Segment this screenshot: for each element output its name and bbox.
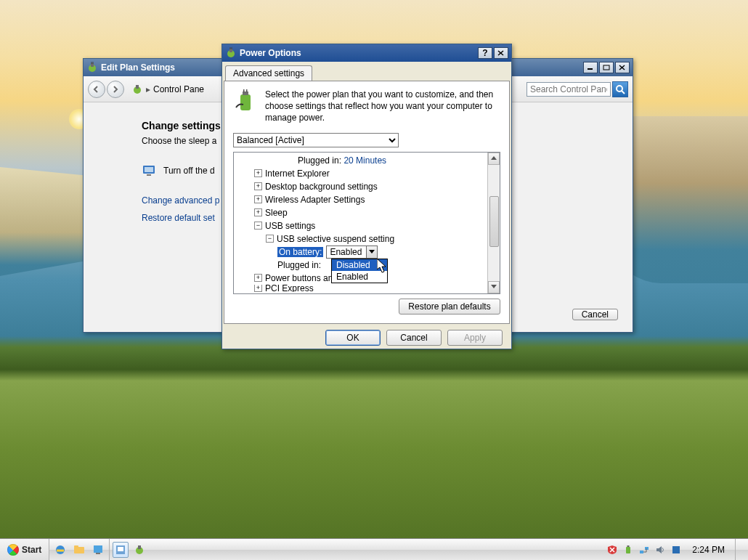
tree-item-desktop-background[interactable]: + Desktop background settings [234, 180, 487, 193]
collapse-icon[interactable]: − [266, 235, 274, 243]
breadcrumb[interactable]: ▸ Control Pane [131, 84, 204, 95]
power-plan-icon [131, 84, 143, 95]
start-button[interactable]: Start [0, 539, 49, 560]
svg-rect-24 [246, 89, 248, 92]
help-button[interactable]: ? [478, 47, 492, 59]
monitor-icon [142, 163, 156, 178]
svg-rect-13 [145, 167, 153, 172]
on-battery-combo[interactable]: Enabled [326, 245, 378, 259]
dropdown-option-disabled[interactable]: Disabled [332, 259, 387, 271]
taskbar: Start [0, 538, 748, 560]
settings-tree: Plugged in: 20 Minutes + Internet Explor… [233, 152, 500, 294]
power-options-titlebar[interactable]: Power Options ? [222, 44, 511, 62]
expand-icon[interactable]: + [254, 208, 262, 216]
svg-rect-9 [136, 85, 139, 89]
tray-app-icon[interactable] [670, 544, 682, 556]
expand-icon[interactable]: + [254, 195, 262, 203]
svg-rect-17 [230, 47, 231, 49]
cancel-button[interactable]: Cancel [386, 330, 442, 346]
svg-rect-35 [627, 545, 630, 547]
tree-item-pci-express[interactable]: + PCI Express [234, 285, 487, 292]
task-edit-plan-settings[interactable] [113, 542, 129, 558]
maximize-button[interactable] [599, 62, 614, 73]
svg-point-10 [617, 86, 622, 92]
svg-rect-2 [92, 62, 92, 64]
back-button[interactable] [88, 81, 105, 98]
collapse-icon[interactable]: − [254, 222, 262, 230]
power-plan-icon [86, 62, 98, 73]
clock[interactable]: 2:24 PM [686, 545, 731, 555]
svg-rect-31 [118, 547, 123, 551]
restore-row: Restore plan defaults [233, 299, 500, 315]
expand-icon[interactable]: + [254, 274, 262, 282]
svg-rect-34 [626, 547, 630, 553]
tree-item-usb-selective-suspend[interactable]: − USB selective suspend setting [234, 232, 487, 245]
quick-launch [49, 539, 110, 560]
plan-select[interactable]: Balanced [Active] [233, 133, 399, 147]
ok-button[interactable]: OK [325, 330, 381, 346]
plugged-in-dropdown[interactable]: Disabled Enabled [331, 259, 388, 283]
search-box [527, 81, 628, 97]
tab-advanced-settings[interactable]: Advanced settings [225, 65, 312, 81]
dropdown-option-enabled[interactable]: Enabled [332, 271, 387, 283]
chevron-right-icon: ▸ [146, 84, 150, 94]
tree-label: Plugged in: 20 Minutes [298, 155, 386, 166]
tree-item-plugged-in-20min[interactable]: Plugged in: 20 Minutes [234, 154, 487, 167]
volume-tray-icon[interactable] [654, 544, 666, 556]
expand-icon[interactable]: + [254, 285, 262, 292]
svg-rect-38 [672, 546, 680, 553]
cancel-button[interactable]: Cancel [572, 309, 618, 320]
expand-icon[interactable]: + [254, 169, 262, 177]
show-desktop-icon[interactable] [90, 542, 106, 558]
power-options-title: Power Options [240, 48, 476, 58]
tree-item-sleep[interactable]: + Sleep [234, 206, 487, 219]
close-button[interactable] [615, 62, 630, 73]
tree-item-wireless-adapter[interactable]: + Wireless Adapter Settings [234, 193, 487, 206]
search-input[interactable] [527, 82, 611, 97]
task-power-options[interactable] [131, 542, 147, 558]
windows-logo-icon [7, 544, 19, 556]
svg-rect-36 [640, 551, 643, 553]
display-off-label: Turn off the d [163, 166, 215, 176]
power-options-body: Advanced settings Select the power plan … [222, 62, 511, 349]
svg-rect-3 [93, 62, 94, 64]
restore-plan-defaults-button[interactable]: Restore plan defaults [399, 299, 500, 315]
svg-rect-33 [138, 545, 141, 549]
shield-alert-icon[interactable] [606, 544, 618, 556]
svg-rect-29 [96, 553, 100, 554]
edit-window-buttons: Cancel [572, 307, 618, 322]
scroll-thumb[interactable] [489, 196, 499, 247]
tree-item-on-battery[interactable]: On battery: Enabled [234, 245, 487, 259]
svg-rect-27 [74, 545, 78, 548]
show-desktop-button[interactable] [735, 539, 744, 560]
power-options-dialog: Power Options ? Advanced settings [221, 44, 512, 349]
task-buttons [110, 539, 150, 560]
minimize-button[interactable] [583, 62, 598, 73]
svg-rect-28 [94, 545, 102, 553]
power-tray-icon[interactable] [622, 544, 634, 556]
network-tray-icon[interactable] [638, 544, 650, 556]
start-label: Start [22, 545, 41, 555]
breadcrumb-item[interactable]: Control Pane [153, 84, 204, 94]
forward-button[interactable] [107, 81, 124, 98]
scroll-up-button[interactable] [488, 153, 500, 165]
close-button[interactable] [494, 47, 508, 59]
dialog-buttons: OK Cancel Apply [224, 324, 510, 352]
intro-text: Select the power plan that you want to c… [265, 89, 500, 124]
tree-item-usb-settings[interactable]: − USB settings [234, 219, 487, 232]
expand-icon[interactable]: + [254, 182, 262, 190]
tree-scrollbar[interactable] [487, 153, 500, 293]
apply-button[interactable]: Apply [447, 330, 503, 346]
desktop: Edit Plan Settings ▸ Control Pane [0, 0, 748, 560]
search-button[interactable] [612, 81, 628, 97]
ie-icon[interactable] [52, 542, 68, 558]
tab-strip: Advanced settings [224, 63, 510, 81]
tree-item-internet-explorer[interactable]: + Internet Explorer [234, 167, 487, 180]
power-plan-icon [225, 47, 237, 59]
search-icon [615, 84, 625, 94]
chevron-down-icon[interactable] [366, 246, 377, 258]
scroll-down-button[interactable] [488, 281, 500, 293]
svg-rect-5 [603, 65, 609, 70]
tab-page: Select the power plan that you want to c… [224, 81, 510, 324]
explorer-icon[interactable] [71, 542, 87, 558]
